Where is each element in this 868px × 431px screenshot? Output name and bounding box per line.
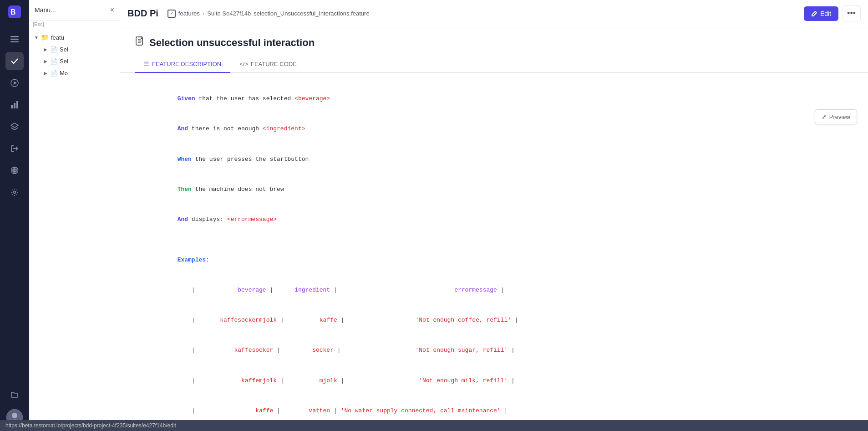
code-table-header: | beverage | ingredient | errormessage | <box>135 275 853 305</box>
tree-file-3[interactable]: ▶ 📄 Mo <box>29 67 120 79</box>
left-panel-title: Manu... <box>35 6 56 14</box>
sidebar-icon-layers[interactable] <box>5 118 24 136</box>
sidebar-icon-folder[interactable] <box>5 385 24 404</box>
more-options-button[interactable]: ••• <box>842 5 861 21</box>
code-table-row-3: | kaffemjolk | mjolk | 'Not enough milk,… <box>135 366 853 396</box>
file-tree: ▼ 📁 featu ▶ 📄 Sel ▶ 📄 Sel ▶ 📄 Mo <box>29 28 120 431</box>
code-line-and2: And displays: <errormessage> <box>135 205 853 235</box>
tree-file-2[interactable]: ▶ 📄 Sel <box>29 55 120 67</box>
sidebar-icon-play[interactable] <box>5 74 24 92</box>
app-title: BDD Pi <box>127 8 158 19</box>
preview-button[interactable]: ⤢ Preview <box>815 109 857 124</box>
svg-marker-10 <box>11 123 18 128</box>
svg-rect-9 <box>16 101 18 108</box>
svg-point-16 <box>14 191 16 194</box>
top-bar: BDD Pi ✓ features › Suite Se427f14b sele… <box>120 0 868 27</box>
close-panel-button[interactable]: × <box>110 6 114 14</box>
sidebar-icon-menu[interactable] <box>5 30 24 48</box>
tab-feature-code[interactable]: </> FEATURE CODE <box>230 56 306 73</box>
code-line-when: When the user presses the startbutton <box>135 144 853 174</box>
expand-icon: ⤢ <box>822 113 827 120</box>
sidebar-icon-check[interactable] <box>5 52 24 70</box>
sidebar-icon-integrations[interactable] <box>5 161 24 180</box>
feature-header: Selection unsuccessful interaction <box>120 27 868 56</box>
status-bar: https://beta.testomat.io/projects/bdd-pr… <box>0 420 868 431</box>
file-icon-2: 📄 <box>50 58 57 65</box>
svg-rect-2 <box>10 36 19 37</box>
sidebar-icon-login[interactable] <box>5 139 24 158</box>
chevron-right-icon-3: ▶ <box>42 69 49 77</box>
folder-icon: 📁 <box>41 34 49 41</box>
svg-rect-3 <box>10 39 19 40</box>
svg-point-18 <box>12 413 17 418</box>
tree-folder-label: featu <box>51 34 64 41</box>
chevron-right-icon: ▶ <box>42 46 49 53</box>
code-table-row-1: | kaffesockermjolk | kaffe | 'Not enough… <box>135 305 853 335</box>
breadcrumb-file: selection_Unsuccessful_Interactions.feat… <box>254 10 369 17</box>
left-panel: Manu... × [Esc] ▼ 📁 featu ▶ 📄 Sel ▶ 📄 Se… <box>29 0 120 431</box>
breadcrumb-check-icon: ✓ <box>168 10 176 18</box>
svg-rect-8 <box>14 103 15 108</box>
tab-description-icon: ☰ <box>144 61 149 67</box>
tree-file-1[interactable]: ▶ 📄 Sel <box>29 43 120 55</box>
chevron-down-icon: ▼ <box>33 34 40 41</box>
code-line-blank <box>135 235 853 245</box>
tree-folder-features[interactable]: ▼ 📁 featu <box>29 31 120 43</box>
code-area: Given that the user has selected <bevera… <box>120 73 868 431</box>
sidebar-icon-chart[interactable] <box>5 96 24 114</box>
code-line-and1: And there is not enough <ingredient> <box>135 114 853 144</box>
file-icon: 📄 <box>50 46 57 53</box>
svg-rect-4 <box>10 41 19 43</box>
esc-hint: [Esc] <box>29 21 120 28</box>
code-line-examples: Examples: <box>135 245 853 275</box>
breadcrumb: ✓ features › Suite Se427f14b selection_U… <box>168 10 370 18</box>
tree-file-label-1: Sel <box>60 46 68 53</box>
left-panel-header: Manu... × <box>29 0 120 21</box>
edit-icon <box>811 10 817 17</box>
breadcrumb-separator: › <box>203 10 204 17</box>
main-area: BDD Pi ✓ features › Suite Se427f14b sele… <box>120 0 868 431</box>
tree-file-label-3: Mo <box>60 70 68 77</box>
code-table-row-2: | kaffesocker | socker | 'Not enough sug… <box>135 335 853 365</box>
tab-code-icon: </> <box>239 61 248 67</box>
feature-doc-icon <box>135 36 145 49</box>
svg-text:B: B <box>10 8 16 16</box>
breadcrumb-suite: Suite Se427f14b <box>207 10 251 17</box>
breadcrumb-features-link[interactable]: features <box>178 10 200 17</box>
file-icon-3: 📄 <box>50 70 57 77</box>
sidebar: B <box>0 0 29 431</box>
sidebar-icon-settings[interactable] <box>5 183 24 201</box>
feature-title: Selection unsuccessful interaction <box>149 37 315 49</box>
svg-rect-7 <box>11 105 13 108</box>
app-logo[interactable]: B <box>8 5 21 21</box>
code-line-given: Given that the user has selected <bevera… <box>135 84 853 114</box>
tab-feature-description[interactable]: ☰ FEATURE DESCRIPTION <box>135 56 230 73</box>
status-url: https://beta.testomat.io/projects/bdd-pr… <box>5 422 176 429</box>
tree-file-label-2: Sel <box>60 58 68 65</box>
chevron-right-icon-2: ▶ <box>42 57 49 65</box>
code-line-then: Then the machine does not brew <box>135 174 853 205</box>
edit-button[interactable]: Edit <box>804 6 838 21</box>
content-area: Selection unsuccessful interaction ☰ FEA… <box>120 27 868 431</box>
svg-marker-6 <box>14 81 17 85</box>
tabs-bar: ☰ FEATURE DESCRIPTION </> FEATURE CODE <box>120 56 868 73</box>
